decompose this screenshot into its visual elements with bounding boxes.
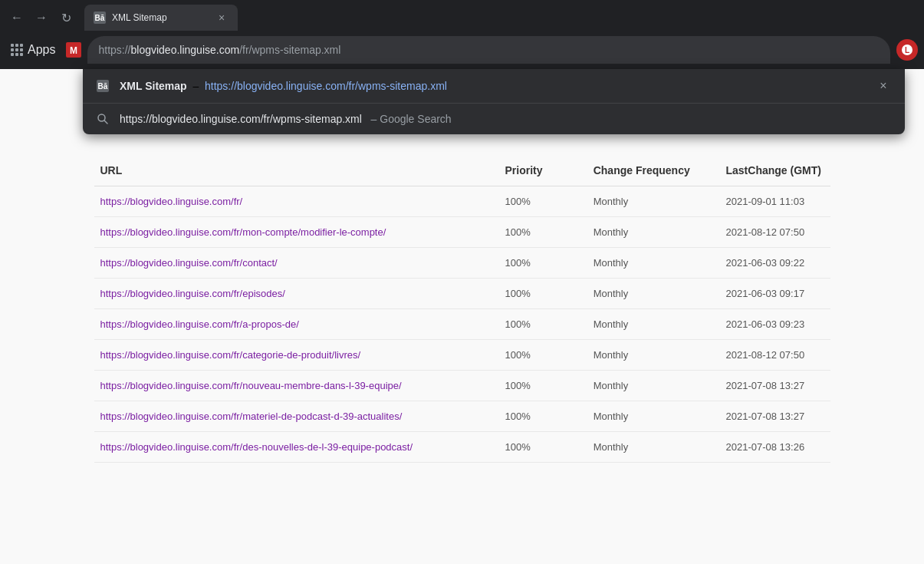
sitemap-table-container: URL Priority Change Frequency LastChange… <box>79 155 846 463</box>
url-cell: https://blogvideo.linguise.com/fr/episod… <box>94 279 499 309</box>
table-row: https://blogvideo.linguise.com/fr/mon-co… <box>94 217 830 248</box>
frequency-cell: Monthly <box>587 340 720 371</box>
svg-text:M: M <box>70 45 77 56</box>
apps-button[interactable]: Apps <box>6 40 60 60</box>
extension-icon[interactable]: L <box>896 39 918 61</box>
lastchange-cell: 2021-08-12 07:50 <box>719 340 830 371</box>
omnibox[interactable]: https://blogvideo.linguise.com/fr/wpms-s… <box>87 36 890 64</box>
table-row: https://blogvideo.linguise.com/fr/contac… <box>94 248 830 279</box>
url-cell: https://blogvideo.linguise.com/fr/materi… <box>94 401 499 432</box>
dropdown-item-search[interactable]: https://blogvideo.linguise.com/fr/wpms-s… <box>83 104 905 134</box>
priority-cell: 100% <box>499 340 587 371</box>
th-change-freq: Change Frequency <box>587 155 720 186</box>
svg-line-5 <box>104 120 107 124</box>
dropdown-search-icon <box>95 111 110 127</box>
sitemap-table: URL Priority Change Frequency LastChange… <box>94 155 830 463</box>
priority-cell: 100% <box>499 401 587 432</box>
dropdown-item-url: https://blogvideo.linguise.com/fr/wpms-s… <box>205 80 447 92</box>
lastchange-cell: 2021-07-08 13:27 <box>719 371 830 401</box>
back-button[interactable]: ← <box>6 7 28 28</box>
th-url: URL <box>94 155 499 186</box>
omnibox-bar: Apps M https://blogvideo.linguise.com/fr… <box>0 31 924 69</box>
tab-close-button[interactable]: × <box>215 11 229 25</box>
dropdown-item-title-text: XML Sitemap – https://blogvideo.linguise… <box>120 80 865 92</box>
frequency-cell: Monthly <box>587 186 720 217</box>
gmail-favicon: M <box>66 42 81 58</box>
tab-title: XML Sitemap <box>112 12 209 23</box>
url-cell: https://blogvideo.linguise.com/fr/contac… <box>94 248 499 279</box>
reload-button[interactable]: ↻ <box>55 7 77 28</box>
table-row: https://blogvideo.linguise.com/fr/materi… <box>94 401 830 432</box>
table-header-row: URL Priority Change Frequency LastChange… <box>94 155 830 186</box>
frequency-cell: Monthly <box>587 248 720 279</box>
extension-svg: L <box>901 44 913 56</box>
omnibox-url: https://blogvideo.linguise.com/fr/wpms-s… <box>98 44 880 56</box>
table-row: https://blogvideo.linguise.com/fr/a-prop… <box>94 309 830 340</box>
priority-cell: 100% <box>499 371 587 401</box>
url-domain: blogvideo.linguise.com <box>131 44 240 56</box>
dropdown-item-title-bold: XML Sitemap <box>120 80 187 92</box>
sitemap-url-link[interactable]: https://blogvideo.linguise.com/fr/episod… <box>100 288 285 299</box>
priority-cell: 100% <box>499 248 587 279</box>
table-row: https://blogvideo.linguise.com/fr/catego… <box>94 340 830 371</box>
th-lastchange: LastChange (GMT) <box>719 155 830 186</box>
priority-cell: 100% <box>499 186 587 217</box>
lastchange-cell: 2021-06-03 09:17 <box>719 279 830 309</box>
url-cell: https://blogvideo.linguise.com/fr/ <box>94 186 499 217</box>
table-row: https://blogvideo.linguise.com/fr/episod… <box>94 279 830 309</box>
sitemap-url-link[interactable]: https://blogvideo.linguise.com/fr/a-prop… <box>100 318 299 330</box>
apps-label: Apps <box>28 43 55 57</box>
table-row: https://blogvideo.linguise.com/fr/des-no… <box>94 432 830 463</box>
dropdown-item-close-button[interactable]: × <box>874 77 893 95</box>
svg-text:L: L <box>905 46 909 54</box>
sitemap-url-link[interactable]: https://blogvideo.linguise.com/fr/catego… <box>100 349 361 361</box>
url-cell: https://blogvideo.linguise.com/fr/catego… <box>94 340 499 371</box>
table-row: https://blogvideo.linguise.com/fr/100%Mo… <box>94 186 830 217</box>
frequency-cell: Monthly <box>587 371 720 401</box>
tab-favicon: Bā <box>94 12 106 24</box>
dropdown-search-suffix: – Google Search <box>371 113 452 125</box>
lastchange-cell: 2021-09-01 11:03 <box>719 186 830 217</box>
omnibox-dropdown: Bā XML Sitemap – https://blogvideo.lingu… <box>83 69 905 134</box>
url-cell: https://blogvideo.linguise.com/fr/nouvea… <box>94 371 499 401</box>
tab-bar: ← → ↻ Bā XML Sitemap × <box>0 0 924 31</box>
nav-buttons: ← → ↻ <box>6 7 77 28</box>
priority-cell: 100% <box>499 217 587 248</box>
sitemap-url-link[interactable]: https://blogvideo.linguise.com/fr/ <box>100 196 243 207</box>
url-cell: https://blogvideo.linguise.com/fr/des-no… <box>94 432 499 463</box>
forward-button[interactable]: → <box>31 7 52 28</box>
url-scheme: https:// <box>98 44 130 56</box>
frequency-cell: Monthly <box>587 217 720 248</box>
sitemap-url-link[interactable]: https://blogvideo.linguise.com/fr/contac… <box>100 257 278 269</box>
lastchange-cell: 2021-06-03 09:22 <box>719 248 830 279</box>
sitemap-url-link[interactable]: https://blogvideo.linguise.com/fr/des-no… <box>100 441 413 453</box>
lastchange-cell: 2021-07-08 13:27 <box>719 401 830 432</box>
priority-cell: 100% <box>499 432 587 463</box>
apps-grid-icon <box>11 44 23 56</box>
sitemap-url-link[interactable]: https://blogvideo.linguise.com/fr/materi… <box>100 411 403 422</box>
search-icon-svg <box>97 113 109 125</box>
url-path: /fr/wpms-sitemap.xml <box>239 44 340 56</box>
frequency-cell: Monthly <box>587 309 720 340</box>
priority-cell: 100% <box>499 309 587 340</box>
dropdown-item-favicon: Bā <box>97 80 109 92</box>
browser-chrome: ← → ↻ Bā XML Sitemap × Apps M https://bl <box>0 0 924 69</box>
table-row: https://blogvideo.linguise.com/fr/nouvea… <box>94 371 830 401</box>
dropdown-search-text: https://blogvideo.linguise.com/fr/wpms-s… <box>120 113 893 125</box>
sitemap-url-link[interactable]: https://blogvideo.linguise.com/fr/mon-co… <box>100 226 386 238</box>
url-cell: https://blogvideo.linguise.com/fr/a-prop… <box>94 309 499 340</box>
frequency-cell: Monthly <box>587 432 720 463</box>
dropdown-item-sitemap[interactable]: Bā XML Sitemap – https://blogvideo.lingu… <box>83 69 905 103</box>
priority-cell: 100% <box>499 279 587 309</box>
frequency-cell: Monthly <box>587 279 720 309</box>
browser-tab[interactable]: Bā XML Sitemap × <box>84 5 238 31</box>
frequency-cell: Monthly <box>587 401 720 432</box>
page-content: XML Sitemap This is a XML Sitemap which … <box>0 69 924 564</box>
lastchange-cell: 2021-08-12 07:50 <box>719 217 830 248</box>
sitemap-url-link[interactable]: https://blogvideo.linguise.com/fr/nouvea… <box>100 380 402 391</box>
sitemap-tbody: https://blogvideo.linguise.com/fr/100%Mo… <box>94 186 830 463</box>
lastchange-cell: 2021-06-03 09:23 <box>719 309 830 340</box>
url-cell: https://blogvideo.linguise.com/fr/mon-co… <box>94 217 499 248</box>
dropdown-favicon: Bā <box>95 78 110 94</box>
lastchange-cell: 2021-07-08 13:26 <box>719 432 830 463</box>
